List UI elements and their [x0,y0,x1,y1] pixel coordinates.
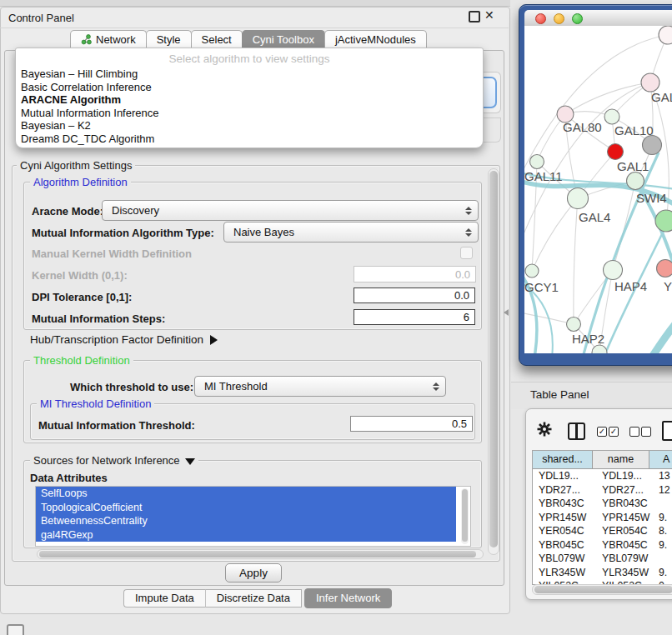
table-cell: YDL19... [533,469,599,483]
table-row[interactable]: YBR045CYBR045C9. [533,538,672,552]
table-row[interactable]: YLR345WYLR345W9. [533,566,672,580]
manual-kernel-checkbox[interactable] [460,247,473,259]
tab-network[interactable]: Network [70,30,147,48]
float-window-icon[interactable] [469,11,480,22]
scrollbar-thumb[interactable] [39,551,476,558]
minimize-traffic-light-icon[interactable] [554,13,564,24]
network-window-titlebar[interactable] [524,10,672,27]
selected-value: Discovery [103,204,159,217]
tab-style[interactable]: Style [146,30,192,48]
list-item-gal4rgexp[interactable]: gal4RGexp [36,528,456,542]
network-node[interactable] [568,188,589,209]
network-node[interactable] [604,109,619,124]
list-item-betweenness[interactable]: BetweennessCentrality [36,514,456,528]
table-row[interactable]: YPR145WYPR145W9. [533,511,672,525]
dpi-tolerance-label: DPI Tolerance [0,1]: [32,291,132,303]
dropdown-item-dream8[interactable]: Dream8 DC_TDC Algorithm [16,132,483,146]
network-node[interactable] [643,136,662,155]
tab-cyni-toolbox[interactable]: Cyni Toolbox [242,30,325,48]
table-cell: YLR345W [599,566,655,580]
network-node[interactable] [657,260,672,278]
sources-group-title[interactable]: Sources for Network Inference [30,454,198,467]
network-node[interactable] [525,264,539,278]
column-header-shared-name[interactable]: shared... [533,451,593,468]
checked-box-icon[interactable]: ✓ [609,427,619,437]
apply-button[interactable]: Apply [225,563,282,582]
tab-discretize-data[interactable]: Discretize Data [205,589,302,608]
table-cell: YER054C [599,524,655,538]
list-item-topological[interactable]: TopologicalCoefficient [36,501,456,515]
tab-label: jActiveMNodules [335,31,416,48]
table-cell: YDR27... [599,483,655,498]
splitter-collapse-icon[interactable] [504,309,509,316]
combo-arrows-icon [465,228,471,237]
table-row[interactable]: YER054CYER054C8. [533,524,672,538]
table-body: YDL19...YDL19...13YDR27...YDR27...12YBR0… [533,469,672,584]
unchecked-box-icon[interactable] [641,427,651,437]
column-header-name[interactable]: name [593,451,649,468]
mi-steps-input[interactable] [354,309,475,325]
table-row[interactable]: YDR27...YDR27...12 [533,483,672,498]
settings-gear-icon[interactable] [537,422,552,437]
table-cell: 13 [655,469,672,483]
column-header-partial[interactable]: A [649,451,672,468]
dropdown-item-bayesian-k2[interactable]: Bayesian – K2 [16,119,483,132]
tab-select[interactable]: Select [191,30,243,48]
network-node[interactable] [608,144,624,160]
dropdown-item-bayesian-hill[interactable]: Bayesian – Hill Climbing [16,68,483,81]
unchecked-box-icon[interactable] [629,427,639,437]
mi-type-select[interactable]: Naive Bayes [223,222,479,242]
table-row[interactable]: YDL19...YDL19...13 [533,469,672,483]
network-node[interactable] [627,172,644,190]
document-icon[interactable] [662,421,672,441]
mi-threshold-group-title: MI Threshold Definition [37,398,154,410]
network-node-label: SWI4 [636,191,667,205]
settings-horizontal-scrollbar[interactable] [37,549,484,559]
network-node-label: Y [664,279,672,293]
scrollbar-thumb[interactable] [534,586,672,593]
network-node[interactable] [567,318,581,332]
tab-impute-data[interactable]: Impute Data [123,589,205,608]
data-attributes-list[interactable]: SelfLoops TopologicalCoefficient Between… [35,486,471,547]
table-cell: YBR045C [533,538,599,552]
hub-definition-toggle[interactable]: Hub/Transcription Factor Definition [30,333,218,346]
close-icon[interactable]: ✕ [484,8,494,22]
partial-bottom-button[interactable] [7,624,24,635]
titlebar-divider [0,28,509,28]
table-cell [655,497,672,511]
dropdown-item-mutual-information[interactable]: Mutual Information Inference [16,107,483,120]
scrollbar-thumb[interactable] [462,489,468,542]
tab-infer-network[interactable]: Infer Network [304,588,392,608]
network-node[interactable] [655,210,672,232]
settings-vertical-scrollbar[interactable] [488,168,499,555]
dropdown-item-aracne[interactable]: ARACNE Algorithm [16,93,483,107]
kernel-width-input[interactable] [354,266,476,282]
close-traffic-light-icon[interactable] [535,13,546,24]
scrollbar-thumb[interactable] [489,171,498,548]
split-panel-icon[interactable] [568,422,585,440]
aracne-mode-select[interactable]: Discovery [102,200,479,221]
which-threshold-label: Which threshold to use: [70,381,193,393]
network-node-label: HAP2 [572,332,604,346]
table-cell: YLR345W [533,566,599,580]
network-canvas[interactable]: GALGAL80GAL10GAL1GAL11SWI4GAL4GCY1HAP4YH… [524,26,672,353]
table-row[interactable]: YBR043CYBR043C [533,497,672,511]
algorithm-dropdown-popup: Select algorithm to view settings Bayesi… [15,48,484,148]
list-item-selfloops[interactable]: SelfLoops [36,487,456,501]
mi-threshold-input[interactable] [350,416,473,432]
list-vertical-scrollbar[interactable] [461,488,469,544]
network-node[interactable] [530,155,544,169]
dpi-tolerance-input[interactable] [354,288,475,303]
table-row[interactable]: YBL079WYBL079W [533,552,672,566]
checked-box-icon[interactable]: ✓ [597,427,607,437]
zoom-traffic-light-icon[interactable] [572,13,583,24]
table-horizontal-scrollbar[interactable] [532,584,672,595]
network-node[interactable] [641,73,659,92]
network-node-label: GAL10 [614,123,654,138]
network-node-label: GCY1 [524,280,559,294]
tab-jactivemnodules[interactable]: jActiveMNodules [324,30,427,48]
network-node[interactable] [604,261,623,280]
dropdown-item-basic-correlation[interactable]: Basic Correlation Inference [16,81,483,94]
network-node[interactable] [659,26,672,44]
which-threshold-select[interactable]: MI Threshold [194,376,446,397]
